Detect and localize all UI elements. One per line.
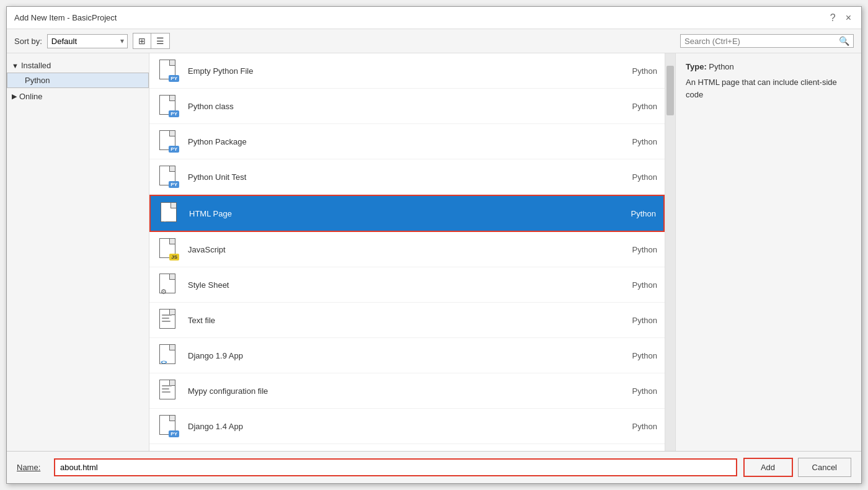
list-item[interactable]: PY Python Package Python: [149, 124, 665, 159]
item-icon: ⚙: [157, 272, 182, 297]
python-label: Python: [25, 76, 50, 85]
txt-icon: [159, 380, 179, 402]
cancel-button[interactable]: Cancel: [798, 458, 851, 477]
list-item[interactable]: Text file Python: [149, 303, 665, 338]
item-type: Python: [608, 280, 657, 290]
search-box[interactable]: 🔍: [680, 34, 854, 48]
item-type: Python: [608, 316, 657, 325]
online-arrow: ▶: [12, 92, 17, 100]
sidebar-installed[interactable]: ▼ Installed: [7, 58, 149, 73]
item-icon: [157, 378, 182, 403]
item-icon: <>: [157, 343, 182, 368]
item-icon: JS: [157, 237, 182, 262]
item-label: Empty Python File: [188, 66, 608, 76]
type-label: Type:: [686, 62, 707, 71]
item-label: JavaScript: [188, 245, 608, 254]
item-label: Style Sheet: [188, 280, 608, 290]
sidebar-online[interactable]: ▶ Online: [7, 88, 149, 105]
item-label: Python class: [188, 102, 608, 111]
html-icon: <>: [161, 202, 180, 225]
items-panel: PY Empty Python File Python PY Python cl…: [149, 53, 665, 451]
title-bar-controls: ? ×: [828, 12, 854, 24]
css-icon: ⚙: [159, 274, 179, 296]
name-input[interactable]: [55, 460, 736, 475]
py-icon: PY: [159, 130, 179, 153]
scroll-thumb[interactable]: [666, 66, 674, 115]
item-type: Python: [608, 351, 657, 360]
info-type-row: Type: Python: [686, 62, 851, 71]
sidebar-item-python[interactable]: Python: [7, 73, 149, 88]
item-label: Django 1.9 App: [188, 351, 608, 360]
list-item[interactable]: ⚙ Style Sheet Python: [149, 267, 665, 303]
sort-select[interactable]: Default Name Type: [47, 34, 128, 48]
name-label: Name:: [17, 463, 48, 472]
list-item[interactable]: PY Python Unit Test Python: [149, 159, 665, 195]
online-label: Online: [19, 92, 43, 101]
list-item[interactable]: PY Python class Python: [149, 89, 665, 124]
item-icon: [157, 308, 182, 332]
item-type: Python: [608, 137, 657, 146]
item-type: Python: [606, 209, 656, 218]
scrollbar[interactable]: [665, 53, 675, 451]
list-item[interactable]: JS JavaScript Python: [149, 232, 665, 267]
item-label: Text file: [188, 316, 608, 325]
list-item[interactable]: <> Django 1.9 App Python: [149, 338, 665, 373]
installed-label: Installed: [21, 61, 51, 70]
item-icon: PY: [157, 94, 182, 118]
item-type: Python: [608, 102, 657, 111]
search-icon: 🔍: [839, 36, 849, 46]
txt-icon: [159, 309, 179, 331]
help-button[interactable]: ?: [828, 12, 838, 24]
bottom-bar: Name: Add Cancel: [7, 451, 861, 483]
dialog-title: Add New Item - BasicProject: [14, 13, 117, 22]
main-content: ▼ Installed Python ▶ Online PY Empty Pyt…: [7, 53, 861, 451]
item-icon: PY: [157, 414, 182, 439]
add-new-item-dialog: Add New Item - BasicProject ? × Sort by:…: [6, 6, 862, 484]
item-icon: PY: [157, 129, 182, 154]
list-item[interactable]: PY Empty Python File Python: [149, 53, 665, 89]
item-type: Python: [608, 66, 657, 76]
sort-select-wrapper[interactable]: Default Name Type: [47, 34, 128, 48]
py-icon: PY: [159, 415, 179, 437]
item-type: Python: [608, 245, 657, 254]
py-icon: PY: [159, 166, 179, 188]
item-label: HTML Page: [189, 209, 606, 218]
installed-arrow: ▼: [12, 62, 19, 69]
item-type: Python: [608, 422, 657, 431]
item-type: Python: [608, 386, 657, 396]
item-label: Python Unit Test: [188, 172, 608, 182]
toolbar: Sort by: Default Name Type ⊞ ☰ 🔍: [7, 29, 861, 53]
list-view-button[interactable]: ☰: [151, 33, 169, 48]
info-description: An HTML page that can include client-sid…: [686, 76, 851, 100]
item-icon: <>: [158, 201, 183, 226]
grid-view-button[interactable]: ⊞: [133, 33, 151, 48]
py-icon: PY: [159, 95, 179, 117]
title-bar: Add New Item - BasicProject ? ×: [7, 7, 861, 29]
item-icon: PY: [157, 58, 182, 83]
view-toggle: ⊞ ☰: [133, 33, 170, 49]
bottom-buttons: Add Cancel: [743, 458, 851, 477]
item-type: Python: [608, 172, 657, 182]
item-label: Django 1.4 App: [188, 422, 608, 431]
sidebar: ▼ Installed Python ▶ Online: [7, 53, 149, 451]
list-item[interactable]: PY Django 1.4 App Python: [149, 409, 665, 444]
js-icon: JS: [159, 238, 179, 261]
sort-label: Sort by:: [14, 37, 42, 46]
add-button[interactable]: Add: [743, 458, 793, 477]
name-input-wrapper: [54, 458, 737, 476]
item-label: Python Package: [188, 137, 608, 146]
py-icon: PY: [159, 60, 179, 82]
info-panel: Type: Python An HTML page that can inclu…: [675, 53, 861, 451]
html-icon: <>: [159, 344, 179, 367]
item-icon: PY: [157, 164, 182, 189]
close-button[interactable]: ×: [843, 12, 854, 24]
search-input[interactable]: [684, 37, 839, 46]
type-value: Python: [709, 62, 733, 71]
item-label: Mypy configuration file: [188, 386, 608, 396]
list-item[interactable]: Mypy configuration file Python: [149, 373, 665, 409]
list-item[interactable]: <> HTML Page Python: [149, 195, 665, 232]
